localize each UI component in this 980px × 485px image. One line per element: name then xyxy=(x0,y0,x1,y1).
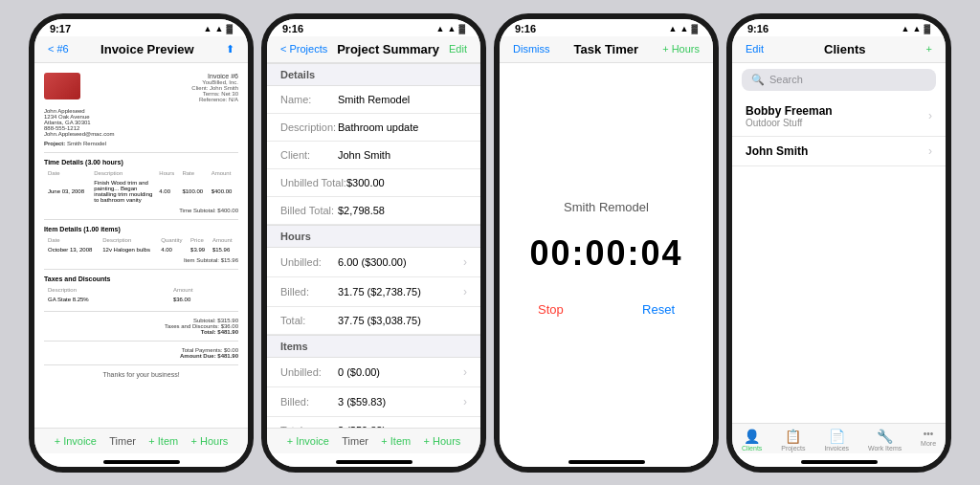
home-indicator-3 xyxy=(500,453,713,467)
hours-total-label: Total: xyxy=(280,315,338,326)
projects-tab-icon: 📋 xyxy=(785,429,801,444)
tab-invoices[interactable]: 📄 Invoices xyxy=(824,429,849,452)
timer-project-name: Smith Remodel xyxy=(564,200,649,214)
tab-clients[interactable]: 👤 Clients xyxy=(742,429,762,452)
status-bar-4: 9:16 ▲ ▲ ▓ xyxy=(732,19,946,36)
taxes-header: Taxes and Discounts xyxy=(44,276,238,282)
invoice-header-info: Invoice #6 YouBilled, Inc.Client: John S… xyxy=(86,73,238,102)
time-1: 9:17 xyxy=(50,23,71,34)
nav-title-4: Clients xyxy=(764,42,926,56)
battery-icon-2: ▓ xyxy=(458,24,465,33)
home-indicator-4 xyxy=(732,453,946,467)
invoice-number: Invoice #6 xyxy=(86,73,238,79)
item-table: DateDescriptionQuantityPriceAmount Octob… xyxy=(44,234,238,255)
client-row-bobby[interactable]: Bobby Freeman Outdoor Stuff › xyxy=(732,97,946,137)
divider-2 xyxy=(44,219,238,220)
add-hours-btn[interactable]: + Hours xyxy=(191,435,229,447)
search-placeholder: Search xyxy=(769,74,803,85)
chevron-bobby: › xyxy=(928,109,932,122)
search-bar[interactable]: 🔍 Search xyxy=(742,69,936,91)
nav-bar-1: < #6 Invoice Preview ⬆ xyxy=(34,36,248,63)
status-icons-4: ▲ ▲ ▓ xyxy=(902,24,930,33)
hours-total-value: 37.75 ($3,038.75) xyxy=(338,315,467,326)
tab-more[interactable]: ••• More xyxy=(921,429,936,452)
more-tab-label: More xyxy=(921,440,936,447)
billed-total-label: Billed Total: xyxy=(280,205,338,216)
billed-total-row: Billed Total: $2,798.58 xyxy=(267,197,480,225)
client-value: John Smith xyxy=(338,149,467,161)
invoice-image xyxy=(44,73,80,99)
tab-work-items[interactable]: 🔧 Work Items xyxy=(868,429,902,452)
work-items-tab-label: Work Items xyxy=(868,445,902,452)
phone-task-timer: 9:16 ▲ ▲ ▓ Dismiss Task Timer + Hours Sm… xyxy=(494,13,719,473)
billed-total-value: $2,798.58 xyxy=(338,205,467,216)
edit-btn-2[interactable]: Edit xyxy=(449,43,467,55)
add-hours-btn-3[interactable]: + Hours xyxy=(662,43,700,55)
add-invoice-btn[interactable]: + Invoice xyxy=(55,435,97,447)
divider-4 xyxy=(44,311,238,312)
dismiss-btn[interactable]: Dismiss xyxy=(513,43,550,55)
signal-icon-3: ▲ xyxy=(669,24,678,33)
client-subtitle-bobby: Outdoor Stuff xyxy=(746,118,833,128)
home-bar-2 xyxy=(336,460,412,464)
nav-bar-4: Edit Clients + xyxy=(732,36,946,63)
add-invoice-btn-2[interactable]: + Invoice xyxy=(287,435,329,447)
reset-button[interactable]: Reset xyxy=(642,302,675,317)
home-indicator-2 xyxy=(267,453,480,467)
items-unbilled-label: Unbilled: xyxy=(280,366,338,378)
add-item-btn-2[interactable]: + Item xyxy=(381,435,411,447)
timer-btn-2[interactable]: Timer xyxy=(342,435,368,447)
details-header: Details xyxy=(267,63,480,86)
back-btn-2[interactable]: < Projects xyxy=(280,43,327,55)
items-header: Items xyxy=(267,335,480,358)
add-item-btn[interactable]: + Item xyxy=(148,435,178,447)
items-billed-value: 3 ($59.83) xyxy=(338,396,463,408)
project-toolbar: + Invoice Timer + Item + Hours xyxy=(267,428,480,453)
tab-bar: 👤 Clients 📋 Projects 📄 Invoices 🔧 Work I… xyxy=(732,423,946,453)
hours-header: Hours xyxy=(267,225,480,248)
invoices-tab-label: Invoices xyxy=(824,445,849,452)
client-row-john[interactable]: John Smith › xyxy=(732,137,946,166)
chevron-john: › xyxy=(928,144,932,158)
back-btn-1[interactable]: < #6 xyxy=(48,43,69,55)
nav-title-1: Invoice Preview xyxy=(69,42,226,56)
client-info-john: John Smith xyxy=(746,144,808,158)
phone-invoice-preview: 9:17 ▲ ▲ ▓ < #6 Invoice Preview ⬆ Invoic… xyxy=(29,13,254,473)
items-unbilled-row[interactable]: Unbilled: 0 ($0.00) › xyxy=(267,358,480,387)
tab-projects[interactable]: 📋 Projects xyxy=(781,429,805,452)
time-2: 9:16 xyxy=(282,23,303,34)
share-btn-1[interactable]: ⬆ xyxy=(226,43,234,55)
stop-button[interactable]: Stop xyxy=(538,302,564,317)
add-client-btn[interactable]: + xyxy=(926,43,932,55)
edit-btn-4[interactable]: Edit xyxy=(746,43,764,55)
home-bar-1 xyxy=(103,460,180,464)
time-3: 9:16 xyxy=(515,23,536,34)
totals-block: Subtotal: $315.90 Taxes and Discounts: $… xyxy=(44,318,238,335)
time-details-header: Time Details (3.00 hours) xyxy=(44,159,238,165)
add-hours-btn-2[interactable]: + Hours xyxy=(424,435,461,447)
hours-total-row: Total: 37.75 ($3,038.75) xyxy=(267,307,480,335)
work-items-tab-icon: 🔧 xyxy=(877,429,893,444)
nav-bar-3: Dismiss Task Timer + Hours xyxy=(500,36,713,63)
hours-unbilled-row[interactable]: Unbilled: 6.00 ($300.00) › xyxy=(267,248,480,277)
hours-unbilled-label: Unbilled: xyxy=(280,256,338,268)
hours-billed-value: 31.75 ($2,738.75) xyxy=(338,286,463,298)
clients-tab-icon: 👤 xyxy=(744,429,760,444)
items-billed-row[interactable]: Billed: 3 ($59.83) › xyxy=(267,387,480,417)
battery-icon-1: ▓ xyxy=(226,24,233,33)
unbilled-total-value: $300.00 xyxy=(346,177,467,188)
timer-btn[interactable]: Timer xyxy=(109,435,136,447)
signal-icon-1: ▲ xyxy=(204,24,212,33)
hours-billed-row[interactable]: Billed: 31.75 ($2,738.75) › xyxy=(267,277,480,307)
name-label: Name: xyxy=(280,94,338,105)
home-indicator-1 xyxy=(34,453,248,467)
timer-controls: Stop Reset xyxy=(519,302,694,317)
item-subtotal: Item Subtotal: $15.96 xyxy=(44,257,238,263)
chevron-items-unbilled: › xyxy=(463,365,467,379)
taxes-table: DescriptionAmount GA State 8.25%$36.00 xyxy=(44,284,238,305)
client-row: Client: John Smith xyxy=(267,142,480,169)
client-name-bobby: Bobby Freeman xyxy=(746,104,833,118)
clients-tab-label: Clients xyxy=(742,445,762,452)
chevron-items-billed: › xyxy=(463,395,467,408)
time-4: 9:16 xyxy=(747,23,768,34)
